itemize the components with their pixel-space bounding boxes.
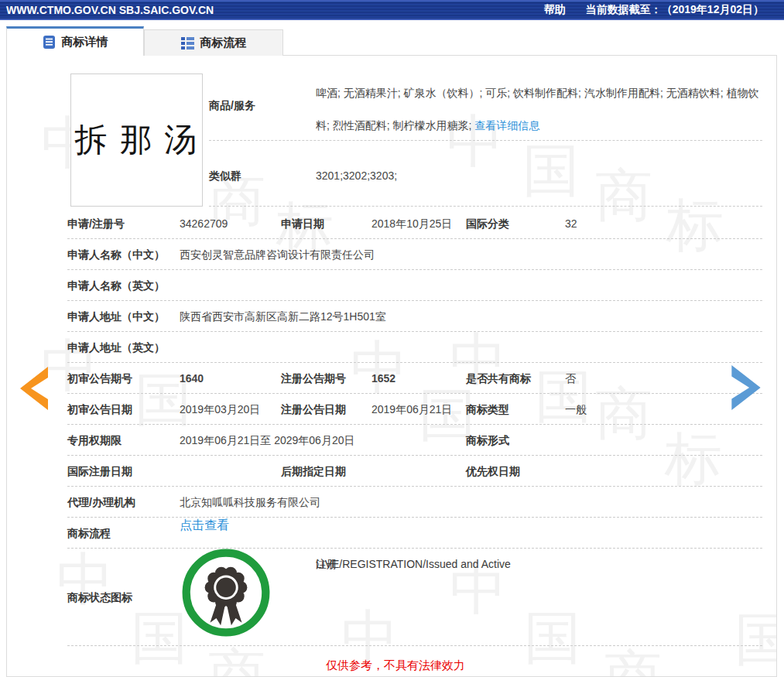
field-label: 申请人名称（中文） [67,239,165,270]
field-label: 商标形式 [466,425,509,456]
field-label: 国际注册日期 [67,456,132,487]
help-link[interactable]: 帮助 [544,3,566,17]
similar-group-row: 类似群 3201;3202;3203; [209,141,762,207]
field-label: 申请人地址（英文） [67,332,165,363]
field-value: 2019年06月21日 [371,394,452,425]
field-label: 注册公告日期 [281,394,346,425]
field-label: 商标流程 [67,518,111,549]
field-label: 专用权期限 [67,425,122,456]
field-label: 代理/办理机构 [67,487,135,518]
field-value: 2018年10月25日 [371,208,452,239]
legal-disclaimer: 仅供参考，不具有法律效力 [326,658,465,673]
field-value: 1652 [371,363,395,394]
intl-dates-row: 国际注册日期 后期指定日期 优先权日期 [67,456,762,487]
field-label: 申请日期 [281,208,324,239]
field-label: 申请人地址（中文） [67,301,165,332]
goods-services-row: 商品/服务 啤酒; 无酒精果汁; 矿泉水（饮料）; 可乐; 饮料制作配料; 汽水… [209,71,762,141]
field-value: 3201;3202;3203; [316,160,397,191]
watermark-glyph: 商 [604,648,662,677]
publication-date-row: 初审公告日期 2019年03月20日 注册公告日期 2019年06月21日 商标… [67,394,762,425]
top-bar: WWW.CTMO.GOV.CN SBJ.SAIC.GOV.CN 帮助 当前数据截… [0,0,784,20]
field-value: 一般 [565,394,587,425]
view-details-link[interactable]: 查看详细信息 [474,119,539,132]
next-arrow-button[interactable] [731,365,762,413]
address-cn-row: 申请人地址（中文） 陕西省西安市高新区高新二路12号1H501室 [67,301,762,332]
field-label: 申请人名称（英文） [67,270,165,301]
trademark-image: 拆 那 汤 [70,74,203,207]
field-value: 32 [565,208,577,239]
field-label: 是否共有商标 [466,363,531,394]
tab-trademark-process[interactable]: 商标流程 [144,29,283,56]
data-cutoff-date: 当前数据截至：（2019年12月02日） [586,3,764,17]
applicant-cn-row: 申请人名称（中文） 西安创灵智意品牌咨询设计有限责任公司 [67,239,762,270]
process-list-icon [181,36,194,50]
field-label: 初审公告日期 [67,394,132,425]
address-en-row: 申请人地址（英文） [67,332,762,363]
field-label: 商标状态图标 [67,549,132,646]
field-value: 1640 [180,363,204,394]
tab-label: 商标详情 [62,35,108,50]
applicant-en-row: 申请人名称（英文） [67,270,762,301]
click-to-view-link[interactable]: 点击查看 [180,518,229,534]
field-label: 国际分类 [466,208,509,239]
tab-label: 商标流程 [200,36,247,50]
trademark-detail-panel: 中商标中国商标中国中国中国商标中国商中中国商国 拆 那 汤 商品/服务 啤酒; … [6,55,777,677]
field-value: 西安创灵智意品牌咨询设计有限责任公司 [180,239,375,270]
status-row: 商标状态图标 LIVE/REGISTRATION/Issued and Acti… [67,549,762,646]
watermark-glyph: 商 [208,647,265,677]
field-label: 商品/服务 [209,97,255,113]
field-label: 优先权日期 [466,456,520,487]
tab-trademark-detail[interactable]: 商标详情 [6,26,144,56]
reg-no-row: 申请/注册号 34262709 申请日期 2018年10月25日 国际分类 32 [67,208,762,239]
field-label: 商标类型 [466,394,509,425]
field-value: 34262709 [180,208,228,239]
field-label: 申请/注册号 [67,208,125,239]
field-value: 否 [565,363,576,394]
status-text-en: LIVE/REGISTRATION/Issued and Active [316,549,511,580]
field-value: 陕西省西安市高新区高新二路12号1H501室 [180,301,386,332]
term-row: 专用权期限 2019年06月21日至 2029年06月20日 商标形式 [67,425,762,456]
agency-row: 代理/办理机构 北京知呱呱科技服务有限公司 [67,487,762,518]
publication-no-row: 初审公告期号 1640 注册公告期号 1652 是否共有商标 否 [67,363,762,394]
registered-ribbon-icon [182,549,270,637]
field-label: 注册公告期号 [281,363,346,394]
site-domains: WWW.CTMO.GOV.CN SBJ.SAIC.GOV.CN [6,4,214,16]
tab-bar: 商标详情 商标流程 [6,26,283,56]
goods-services-value: 啤酒; 无酒精果汁; 矿泉水（饮料）; 可乐; 饮料制作配料; 汽水制作用配料;… [316,77,763,142]
field-label: 类似群 [209,160,241,191]
field-value: 2019年03月20日 [180,394,260,425]
field-label: 初审公告期号 [67,363,132,394]
trademark-text: 拆 那 汤 [75,118,198,162]
process-row: 商标流程 点击查看 [67,518,762,549]
field-label: 后期指定日期 [281,456,346,487]
field-value: 2019年06月21日至 2029年06月20日 [180,425,354,456]
field-value: 北京知呱呱科技服务有限公司 [180,487,320,518]
status-text-cn: 注册 [316,549,337,580]
previous-arrow-button[interactable] [20,367,48,413]
detail-list-icon [43,36,56,49]
